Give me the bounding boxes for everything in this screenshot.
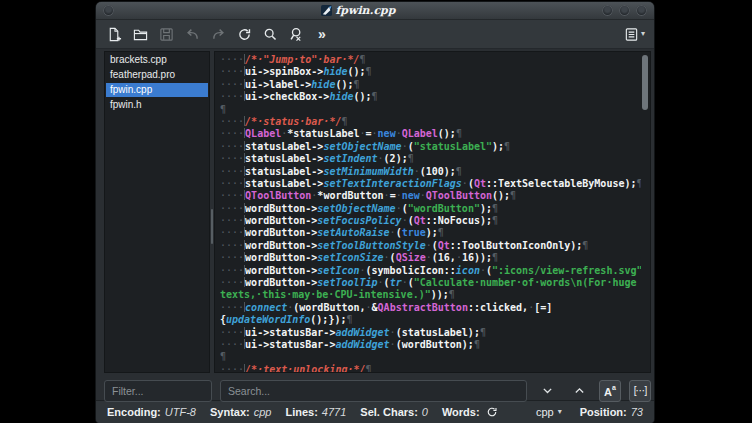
chevron-down-icon (541, 384, 554, 397)
code-line: ····QLabel·*statusLabel·=·new·QLabel();¶ (220, 128, 641, 140)
bottom-controls: Aa [⋯] (104, 379, 651, 402)
overflow-button[interactable]: » (313, 25, 331, 43)
toolbar-buttons: » (105, 25, 331, 43)
window-menu-button[interactable] (103, 5, 114, 16)
reload-button[interactable] (235, 25, 253, 43)
search-replace-icon (289, 27, 304, 42)
code-line: ····wordButton->setIcon·(symbolicIcon::i… (220, 265, 641, 277)
new-file-button[interactable] (105, 25, 123, 43)
main-area: brackets.cppfeatherpad.profpwin.cppfpwin… (96, 49, 654, 400)
maximize-button[interactable] (619, 5, 630, 16)
file-item[interactable]: fpwin.cpp (106, 83, 208, 97)
code-line: ¶ (220, 351, 641, 363)
search-icon (263, 27, 278, 42)
undo-button (183, 25, 201, 43)
code-lines: ····/*·"Jump·to"·bar·*/¶····ui->spinBox-… (220, 54, 641, 373)
save-button (157, 25, 175, 43)
featherpad-window: fpwin.cpp » ▾ brackets.cppfeatherpad.pro… (96, 2, 654, 423)
statusbar: Encoding: UTF-8 Syntax: cpp Lines: 4771 … (96, 400, 654, 423)
match-case-button[interactable]: Aa (599, 380, 621, 402)
filter-input[interactable] (104, 380, 212, 402)
code-line: ····connect·(wordButton,·&QAbstractButto… (220, 302, 641, 314)
menu-list-icon (624, 27, 639, 42)
code-line: ····wordButton->setToolButtonStyle·(Qt::… (220, 240, 641, 252)
whole-words-icon: [⋯] (634, 385, 647, 396)
position-status: Position: 73 (580, 406, 643, 418)
code-line: ····ui->statusBar->addWidget·(statusLabe… (220, 327, 641, 339)
search-button[interactable] (261, 25, 279, 43)
titlebar: fpwin.cpp (96, 2, 654, 20)
code-line: ····wordButton->setObjectName·("wordButt… (220, 203, 641, 215)
code-line: ····statusLabel->setTextInteractionFlags… (220, 178, 641, 190)
syntax-status: Syntax: cpp (210, 406, 272, 418)
splitter-handle[interactable] (211, 209, 213, 244)
code-line: ····/*·status·bar·*/¶ (220, 116, 641, 128)
window-title: fpwin.cpp (336, 5, 396, 16)
double-chevron-icon: » (318, 27, 326, 41)
lines-status: Lines: 4771 (285, 406, 346, 418)
menu-caret-icon: ▾ (641, 30, 645, 38)
code-editor[interactable]: ····/*·"Jump·to"·bar·*/¶····ui->spinBox-… (214, 51, 651, 373)
code-line: ····wordButton->setToolTip·(tr·("Calcula… (220, 277, 641, 289)
open-folder-icon (133, 27, 148, 42)
minimize-button[interactable] (602, 5, 613, 16)
code-line: ····ui->spinBox->hide();¶ (220, 66, 641, 78)
code-line: ····wordButton->setIconSize·(QSize·(16,·… (220, 252, 641, 264)
featherpad-app-icon (321, 5, 332, 16)
search-and-replace-button[interactable] (287, 25, 305, 43)
save-icon (159, 27, 174, 42)
undo-icon (185, 27, 200, 42)
file-item[interactable]: featherpad.pro (106, 68, 208, 82)
code-line: texts,·this·may·be·CPU-intensive.)"));¶ (220, 289, 641, 301)
find-previous-button[interactable] (567, 380, 591, 402)
reload-icon (237, 27, 252, 42)
find-next-button[interactable] (535, 380, 559, 402)
code-line: ¶ (220, 104, 641, 116)
code-line: ····wordButton->setAutoRaise·(true);¶ (220, 227, 641, 239)
encoding-status: Encoding: UTF-8 (107, 406, 196, 418)
code-line: ····ui->statusBar->addWidget·(wordButton… (220, 339, 641, 351)
file-item[interactable]: brackets.cpp (106, 53, 208, 67)
code-line: ····statusLabel->setMinimumWidth·(100);¶ (220, 166, 641, 178)
open-file-button[interactable] (131, 25, 149, 43)
redo-button (209, 25, 227, 43)
dropdown-caret-icon: ▾ (558, 408, 562, 416)
chevron-up-icon (573, 384, 586, 397)
search-input[interactable] (220, 380, 527, 402)
file-list: brackets.cppfeatherpad.profpwin.cppfpwin… (104, 51, 210, 373)
new-file-icon (107, 27, 122, 42)
calculate-words-button[interactable] (486, 406, 498, 418)
match-case-icon: Aa (604, 384, 616, 398)
code-line: ····/*·"Jump·to"·bar·*/¶ (220, 54, 641, 66)
refresh-icon (486, 406, 498, 418)
redo-icon (211, 27, 226, 42)
editor-scrollbar[interactable] (642, 55, 648, 110)
whole-words-button[interactable]: [⋯] (629, 380, 651, 402)
title-area: fpwin.cpp (114, 5, 602, 16)
toolbar: » ▾ (96, 20, 654, 49)
sel-chars-status: Sel. Chars: 0 (360, 406, 428, 418)
main-menu-button[interactable]: ▾ (624, 27, 645, 42)
code-line: ····/*·text·unlocking·*/¶ (220, 364, 641, 373)
code-line: ····QToolButton·*wordButton·=·new·QToolB… (220, 190, 641, 202)
code-line: ····statusLabel->setIndent·(2);¶ (220, 153, 641, 165)
code-line: ····statusLabel->setObjectName·("statusL… (220, 141, 641, 153)
code-line: ····wordButton->setFocusPolicy·(Qt::NoFo… (220, 215, 641, 227)
close-button[interactable] (636, 5, 647, 16)
window-controls (602, 5, 647, 16)
code-line: ····ui->checkBox->hide();¶ (220, 91, 641, 103)
language-dropdown[interactable]: cpp ▾ (536, 406, 562, 418)
code-line: ····ui->label->hide();¶ (220, 79, 641, 91)
words-status: Words: (442, 406, 498, 418)
file-item[interactable]: fpwin.h (106, 98, 208, 112)
code-line: {updateWordInfo();});¶ (220, 314, 641, 326)
